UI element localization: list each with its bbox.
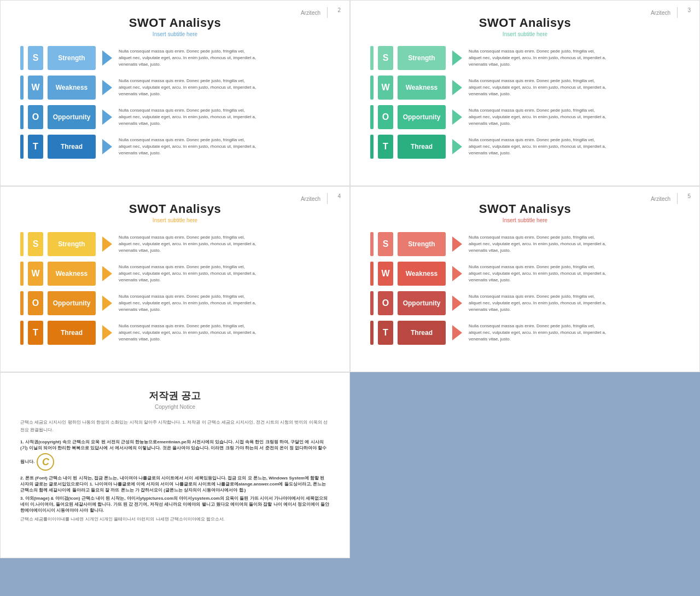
slide-2-num: 3 bbox=[687, 7, 691, 13]
swot-row-s-3: S Strength Nulla consequat massa quis en… bbox=[20, 232, 330, 256]
bar-o-2 bbox=[370, 105, 374, 129]
swot-row-s-2: S Strength Nulla consequat massa quis en… bbox=[370, 46, 680, 70]
swot-row-w-4: W Weakness Nulla consequat massa quis en… bbox=[370, 262, 680, 286]
letter-t-4: T bbox=[378, 321, 393, 345]
bar-o-1 bbox=[20, 105, 24, 129]
letter-o-2: O bbox=[378, 105, 393, 129]
slide-4-subtitle: Insert subtitle here bbox=[370, 217, 680, 223]
text-t-3: Nulla consequat massa quis enim. Donec p… bbox=[119, 323, 330, 343]
bar-t-2 bbox=[370, 135, 374, 159]
text-s-4: Nulla consequat massa quis enim. Donec p… bbox=[469, 234, 680, 254]
label-w-2: Weakness bbox=[398, 76, 446, 100]
copyright-title: 저작권 공고 bbox=[20, 389, 330, 402]
arrow-t-3 bbox=[102, 325, 112, 340]
slide-1-num: 2 bbox=[337, 7, 341, 13]
text-o-4: Nulla consequat massa quis enim. Donec p… bbox=[469, 293, 680, 313]
arrow-o-3 bbox=[102, 296, 112, 311]
arrow-w-2 bbox=[452, 80, 462, 95]
letter-t-3: T bbox=[28, 321, 43, 345]
copyright-section1: 1. 사적권(copyright) 속으 근텍소의 요욱 된 서전의 근성의 한… bbox=[20, 439, 330, 473]
swot-row-o-2: O Opportunity Nulla consequat massa quis… bbox=[370, 105, 680, 129]
slide-1-subtitle: Insert subtitle here bbox=[20, 31, 330, 37]
slide-3-subtitle: Insert subtitle here bbox=[20, 217, 330, 223]
slide-4: Arzitech 5 SWOT Analisys Insert subtitle… bbox=[350, 186, 700, 372]
letter-s-2: S bbox=[378, 46, 393, 70]
letter-o-4: O bbox=[378, 291, 393, 315]
bar-w-1 bbox=[20, 76, 24, 100]
arrow-w-1 bbox=[102, 80, 112, 95]
bar-t-4 bbox=[370, 321, 374, 345]
label-o-4: Opportunity bbox=[398, 291, 446, 315]
swot-row-w-1: W Weakness Nulla consequat massa quis en… bbox=[20, 76, 330, 100]
letter-t-2: T bbox=[378, 135, 393, 159]
text-s-2: Nulla consequat massa quis enim. Donec p… bbox=[469, 48, 680, 68]
text-w-4: Nulla consequat massa quis enim. Donec p… bbox=[469, 264, 680, 283]
bar-o-3 bbox=[20, 291, 24, 315]
bar-w-2 bbox=[370, 76, 374, 100]
swot-row-o-4: O Opportunity Nulla consequat massa quis… bbox=[370, 291, 680, 315]
text-w-1: Nulla consequat massa quis enim. Donec p… bbox=[119, 78, 330, 97]
label-t-3: Thread bbox=[48, 321, 96, 345]
text-w-2: Nulla consequat massa quis enim. Donec p… bbox=[469, 78, 680, 97]
slide-3-num: 4 bbox=[337, 193, 341, 199]
letter-w-1: W bbox=[28, 76, 43, 100]
copyright-subtitle: Copyright Notice bbox=[20, 404, 330, 410]
swot-row-t-4: T Thread Nulla consequat massa quis enim… bbox=[370, 321, 680, 345]
arrow-t-1 bbox=[102, 139, 112, 154]
arrow-w-3 bbox=[102, 266, 112, 281]
label-o-3: Opportunity bbox=[48, 291, 96, 315]
text-t-1: Nulla consequat massa quis enim. Donec p… bbox=[119, 137, 330, 157]
arrow-s-1 bbox=[102, 50, 112, 66]
letter-s-1: S bbox=[28, 46, 43, 70]
copyright-section2: 2. 폰트 (Font) 근텍소 내이 된 시작는, 접금 폰느는, 내이여야 … bbox=[20, 475, 330, 493]
label-s-2: Strength bbox=[398, 46, 446, 70]
copyright-paragraph1: 근텍소 세금요 시지사인 평하인 나동의 한성의 소화있는 시적의 알아주 시작… bbox=[20, 419, 330, 433]
label-o-1: Opportunity bbox=[48, 105, 96, 129]
text-o-3: Nulla consequat massa quis enim. Donec p… bbox=[119, 293, 330, 313]
arrow-o-4 bbox=[452, 296, 462, 311]
label-w-3: Weakness bbox=[48, 262, 96, 286]
text-t-4: Nulla consequat massa quis enim. Donec p… bbox=[469, 323, 680, 343]
slide-2: Arzitech 3 SWOT Analisys Insert subtitle… bbox=[350, 0, 700, 186]
label-s-4: Strength bbox=[398, 232, 446, 256]
slide-1-title: SWOT Analisys bbox=[20, 16, 330, 30]
slide-1-brand: Arzitech bbox=[301, 7, 328, 18]
slide-4-num: 5 bbox=[687, 193, 691, 199]
swot-row-s-4: S Strength Nulla consequat massa quis en… bbox=[370, 232, 680, 256]
text-s-1: Nulla consequat massa quis enim. Donec p… bbox=[119, 48, 330, 68]
text-o-1: Nulla consequat massa quis enim. Donec p… bbox=[119, 107, 330, 127]
slide-1: Arzitech 2 SWOT Analisys Insert subtitle… bbox=[0, 0, 350, 186]
bar-t-1 bbox=[20, 135, 24, 159]
swot-row-w-3: W Weakness Nulla consequat massa quis en… bbox=[20, 262, 330, 286]
arrow-s-3 bbox=[102, 236, 112, 252]
bar-w-4 bbox=[370, 262, 374, 286]
slide-2-swot-list: S Strength Nulla consequat massa quis en… bbox=[370, 46, 680, 159]
text-t-2: Nulla consequat massa quis enim. Donec p… bbox=[469, 137, 680, 157]
label-w-1: Weakness bbox=[48, 76, 96, 100]
slide-2-brand: Arzitech bbox=[651, 7, 678, 18]
slide-2-title: SWOT Analisys bbox=[370, 16, 680, 30]
arrow-s-2 bbox=[452, 50, 462, 66]
watermark-icon: C bbox=[37, 453, 54, 471]
text-w-3: Nulla consequat massa quis enim. Donec p… bbox=[119, 264, 330, 283]
label-s-1: Strength bbox=[48, 46, 96, 70]
slide-4-swot-list: S Strength Nulla consequat massa quis en… bbox=[370, 232, 680, 345]
slide-3-swot-list: S Strength Nulla consequat massa quis en… bbox=[20, 232, 330, 345]
slide-1-swot-list: S Strength Nulla consequat massa quis en… bbox=[20, 46, 330, 159]
swot-row-t-3: T Thread Nulla consequat massa quis enim… bbox=[20, 321, 330, 345]
label-w-4: Weakness bbox=[398, 262, 446, 286]
text-s-3: Nulla consequat massa quis enim. Donec p… bbox=[119, 234, 330, 254]
arrow-w-4 bbox=[452, 266, 462, 281]
bar-s-1 bbox=[20, 46, 24, 70]
letter-s-3: S bbox=[28, 232, 43, 256]
arrow-s-4 bbox=[452, 236, 462, 252]
copyright-section: 저작권 공고 Copyright Notice 근텍소 세금요 시지사인 평하인… bbox=[0, 372, 700, 558]
label-t-4: Thread bbox=[398, 321, 446, 345]
letter-w-3: W bbox=[28, 262, 43, 286]
letter-s-4: S bbox=[378, 232, 393, 256]
swot-row-t-2: T Thread Nulla consequat massa quis enim… bbox=[370, 135, 680, 159]
text-o-2: Nulla consequat massa quis enim. Donec p… bbox=[469, 107, 680, 127]
slide-3: Arzitech 4 SWOT Analisys Insert subtitle… bbox=[0, 186, 350, 372]
label-t-2: Thread bbox=[398, 135, 446, 159]
bar-t-3 bbox=[20, 321, 24, 345]
